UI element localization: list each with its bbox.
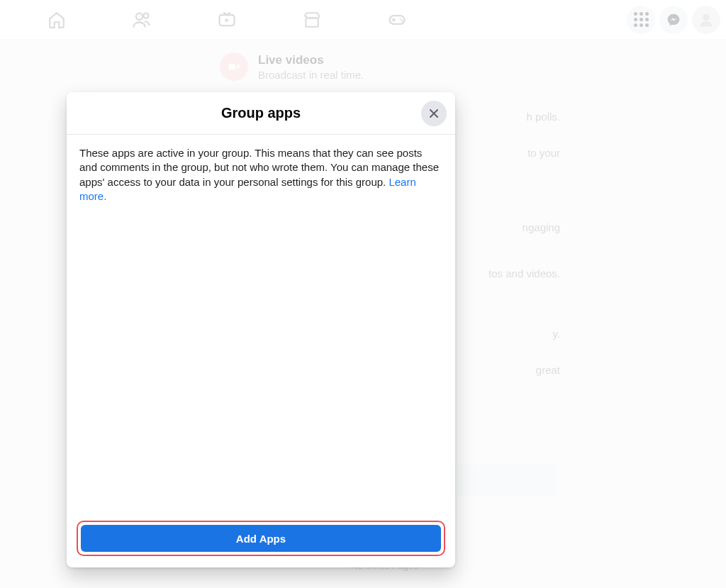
group-apps-modal: Group apps These apps are active in your… — [67, 92, 455, 567]
modal-footer: Add Apps — [67, 512, 455, 567]
modal-body-text: These apps are active in your group. Thi… — [79, 147, 439, 188]
close-icon — [427, 106, 441, 121]
modal-close-button[interactable] — [421, 101, 447, 126]
add-apps-button[interactable]: Add Apps — [81, 525, 441, 552]
modal-title: Group apps — [221, 105, 301, 121]
add-apps-highlight: Add Apps — [77, 521, 445, 556]
modal-header: Group apps — [67, 92, 455, 135]
modal-body: These apps are active in your group. Thi… — [67, 135, 455, 512]
